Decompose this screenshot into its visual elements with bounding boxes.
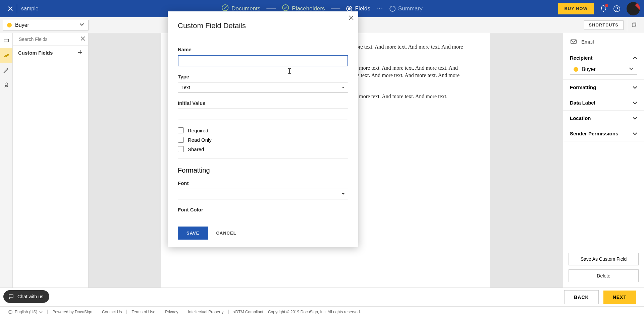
copy-icon xyxy=(631,21,637,27)
user-avatar[interactable] xyxy=(627,2,640,15)
rp-location-header[interactable]: Location xyxy=(570,115,637,121)
readonly-label: Read Only xyxy=(188,137,212,143)
step-label: Summary xyxy=(398,5,423,12)
pencil-icon xyxy=(3,67,10,73)
rp-sender-permissions-section: Sender Permissions xyxy=(563,126,644,141)
add-custom-field-button[interactable] xyxy=(77,50,83,56)
rp-location-section: Location xyxy=(563,111,644,126)
divider xyxy=(17,4,17,13)
header-right: BUY NOW xyxy=(558,2,640,15)
modal-title: Custom Field Details xyxy=(178,21,348,30)
rp-recipient-select[interactable]: Buyer xyxy=(570,64,637,75)
ip-link[interactable]: Intellectual Property xyxy=(188,310,223,314)
modal-save-button[interactable]: SAVE xyxy=(178,227,208,240)
type-label: Type xyxy=(178,74,348,79)
section-label: Location xyxy=(570,115,591,121)
chevron-down-icon xyxy=(79,22,84,28)
recipient-selected-label: Buyer xyxy=(15,22,29,28)
font-field-group: Font xyxy=(178,180,348,199)
pen-swoosh-icon xyxy=(3,52,10,59)
required-label: Required xyxy=(188,128,208,133)
radio-empty-icon xyxy=(389,6,395,12)
shortcuts-button[interactable]: SHORTCUTS xyxy=(584,20,624,30)
custom-fields-label: Custom Fields xyxy=(18,50,53,56)
initial-value-input[interactable] xyxy=(178,109,348,120)
modal-close-button[interactable] xyxy=(349,15,354,21)
name-input[interactable] xyxy=(178,55,348,66)
modal-header: Custom Field Details xyxy=(168,11,358,37)
rp-sender-permissions-header[interactable]: Sender Permissions xyxy=(570,131,637,136)
copy-button[interactable] xyxy=(627,19,641,31)
shared-label: Shared xyxy=(188,146,204,152)
font-select[interactable] xyxy=(178,189,348,199)
rp-recipient-section: Recipient Buyer xyxy=(563,50,644,80)
divider xyxy=(126,310,127,314)
rail-edit[interactable] xyxy=(0,63,12,77)
seal-icon xyxy=(3,81,10,88)
save-as-custom-field-button[interactable]: Save As Custom Field xyxy=(569,253,639,265)
next-button[interactable]: NEXT xyxy=(603,291,636,304)
svg-rect-9 xyxy=(571,40,577,44)
recipient-dropdown[interactable]: Buyer xyxy=(3,20,89,30)
envelope-icon xyxy=(570,38,577,45)
search-clear-button[interactable] xyxy=(80,36,86,43)
privacy-link[interactable]: Privacy xyxy=(165,310,178,314)
xdtm-link[interactable]: xDTM Compliant xyxy=(233,310,263,314)
rectangle-icon xyxy=(3,37,10,44)
rail-standard-fields[interactable] xyxy=(0,33,12,48)
step-label: Placeholders xyxy=(292,5,325,12)
left-panel: Custom Fields xyxy=(13,33,89,288)
close-document-button[interactable] xyxy=(4,6,17,11)
rp-recipient-header[interactable]: Recipient xyxy=(570,55,637,61)
contact-us-link[interactable]: Contact Us xyxy=(102,310,122,314)
required-checkbox[interactable] xyxy=(178,127,184,133)
rail-custom-fields[interactable] xyxy=(0,48,12,63)
chat-widget[interactable]: Chat with us xyxy=(3,290,49,303)
modal-cancel-button[interactable]: CANCEL xyxy=(216,231,236,236)
search-fields-input[interactable] xyxy=(19,37,77,42)
buy-now-button[interactable]: BUY NOW xyxy=(558,3,594,14)
divider xyxy=(160,310,160,314)
search-fields-row xyxy=(13,33,88,46)
chat-icon xyxy=(8,294,14,300)
notification-badge xyxy=(605,4,608,7)
readonly-checkbox[interactable] xyxy=(178,137,184,143)
rp-formatting-header[interactable]: Formatting xyxy=(570,84,637,90)
font-color-label: Font Color xyxy=(178,207,348,212)
progress-line xyxy=(266,8,276,9)
recipient-color-dot xyxy=(7,23,12,27)
document-title: sample xyxy=(21,6,39,12)
plus-icon xyxy=(77,50,83,55)
type-field-group: Type Text xyxy=(178,74,348,93)
right-panel: Email Recipient Buyer Formatting Data La… xyxy=(563,33,644,288)
rp-data-label-section: Data Label xyxy=(563,95,644,111)
rp-data-label-header[interactable]: Data Label xyxy=(570,100,637,106)
language-selector[interactable]: English (US) xyxy=(8,310,43,314)
rp-recipient-value: Buyer xyxy=(582,66,596,72)
terms-link[interactable]: Terms of Use xyxy=(131,310,155,314)
close-icon xyxy=(349,15,354,20)
delete-field-button[interactable]: Delete xyxy=(569,269,639,282)
progress-dots: ··· xyxy=(376,5,383,12)
section-label: Recipient xyxy=(570,55,593,61)
chevron-down-icon xyxy=(633,116,637,121)
name-field-group: Name xyxy=(178,47,348,66)
chat-label: Chat with us xyxy=(17,294,43,299)
help-button[interactable] xyxy=(613,5,621,12)
notifications-button[interactable] xyxy=(600,5,607,12)
step-summary[interactable]: Summary xyxy=(389,5,423,12)
svg-point-12 xyxy=(11,296,11,297)
svg-point-7 xyxy=(5,83,7,85)
back-button[interactable]: BACK xyxy=(564,290,598,304)
chevron-down-icon xyxy=(39,310,43,314)
section-label: Formatting xyxy=(570,84,596,90)
progress-line xyxy=(331,8,340,9)
step-fields[interactable]: Fields xyxy=(346,5,370,12)
modal-body: Name Type Text Initial Value Required Re… xyxy=(168,37,358,220)
shared-checkbox[interactable] xyxy=(178,146,184,152)
svg-rect-6 xyxy=(4,39,8,42)
type-select[interactable]: Text xyxy=(178,82,348,93)
custom-field-details-modal: Custom Field Details Name Type Text Init… xyxy=(168,11,358,247)
divider xyxy=(97,310,97,314)
rail-stamp[interactable] xyxy=(0,77,12,92)
